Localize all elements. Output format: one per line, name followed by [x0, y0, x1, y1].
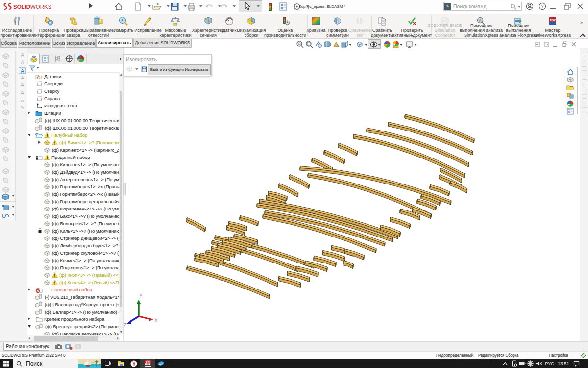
svg-text:?: ? — [541, 4, 544, 9]
svg-text:2022: 2022 — [146, 363, 149, 365]
svg-text:Y: Y — [139, 293, 143, 299]
svg-text:SOLID: SOLID — [13, 4, 30, 10]
svg-text:X: X — [154, 318, 158, 323]
svg-text:WORKS: WORKS — [30, 4, 52, 10]
svg-text:DW: DW — [550, 18, 556, 22]
